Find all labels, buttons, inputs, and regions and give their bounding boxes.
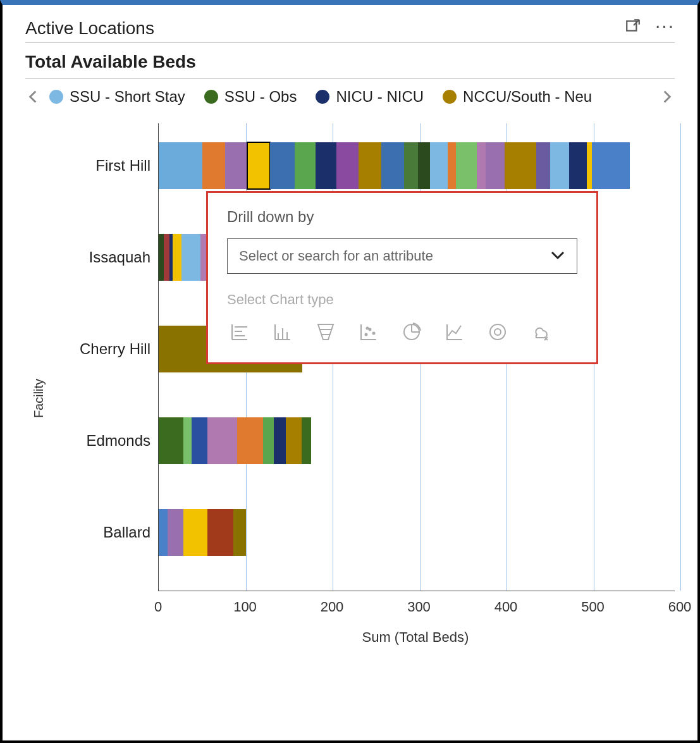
card-frame: Active Locations ··· Total Available Bed… <box>0 0 700 743</box>
x-tick: 0 <box>154 599 162 615</box>
bar-label: Cherry Hill <box>37 340 150 358</box>
bar-label: First Hill <box>37 157 150 175</box>
funnel-chart-icon[interactable] <box>313 319 338 345</box>
line-chart-icon[interactable] <box>442 319 467 345</box>
svg-rect-0 <box>627 21 636 30</box>
bar-segment[interactable] <box>316 142 336 189</box>
bar-segment[interactable] <box>159 417 183 464</box>
bar-segment[interactable] <box>247 142 270 189</box>
bar-segment[interactable] <box>225 142 248 189</box>
bar-segment[interactable] <box>486 142 505 189</box>
legend-label: SSU - Obs <box>224 88 297 106</box>
legend-item[interactable]: SSU - Obs <box>204 88 297 106</box>
donut-chart-icon[interactable] <box>485 319 510 345</box>
bar-segment[interactable] <box>181 234 200 281</box>
grid-line <box>680 123 681 591</box>
bar-segment[interactable] <box>164 234 169 281</box>
bar-segment[interactable] <box>569 142 587 189</box>
bar-segment[interactable] <box>173 234 181 281</box>
bar-segment[interactable] <box>592 142 630 189</box>
bar-segment[interactable] <box>263 417 274 464</box>
bar-segment[interactable] <box>183 509 208 556</box>
svg-point-6 <box>490 324 505 340</box>
bar-row[interactable] <box>159 509 246 556</box>
drilldown-popup: Drill down by Select or search for an at… <box>206 191 598 364</box>
bar-segment[interactable] <box>233 509 245 556</box>
legend-label: NCCU/South - Neu <box>463 88 592 106</box>
legend-prev-icon[interactable] <box>25 90 40 103</box>
bar-segment[interactable] <box>448 142 457 189</box>
bar-segment[interactable] <box>418 142 430 189</box>
bar-segment[interactable] <box>505 142 536 189</box>
card-header: Active Locations ··· <box>25 18 675 42</box>
popup-title: Drill down by <box>227 208 577 226</box>
bar-segment[interactable] <box>207 417 237 464</box>
bar-segment[interactable] <box>237 417 263 464</box>
legend-swatch <box>204 90 218 104</box>
vbar-chart-icon[interactable] <box>270 319 295 345</box>
bar-segment[interactable] <box>274 417 286 464</box>
bar-segment[interactable] <box>270 142 295 189</box>
legend: SSU - Short StaySSU - ObsNICU - NICUNCCU… <box>25 79 675 111</box>
legend-swatch <box>316 90 329 104</box>
bar-segment[interactable] <box>302 417 311 464</box>
bar-segment[interactable] <box>536 142 550 189</box>
svg-point-4 <box>367 328 369 329</box>
bar-row[interactable] <box>159 142 630 189</box>
chart-type-options <box>227 319 577 345</box>
wordcloud-chart-icon[interactable] <box>528 319 553 345</box>
legend-swatch <box>443 90 457 104</box>
bar-label: Issaquah <box>37 249 150 266</box>
x-tick: 500 <box>581 599 605 615</box>
attribute-select[interactable]: Select or search for an attribute <box>227 238 577 274</box>
hbar-chart-icon[interactable] <box>227 319 252 345</box>
bar-segment[interactable] <box>207 509 233 556</box>
bar-segment[interactable] <box>477 142 486 189</box>
bar-segment[interactable] <box>430 142 448 189</box>
legend-next-icon[interactable] <box>660 90 675 103</box>
scatter-chart-icon[interactable] <box>356 319 381 345</box>
legend-item[interactable]: SSU - Short Stay <box>49 88 185 106</box>
bar-segment[interactable] <box>404 142 418 189</box>
bar-segment[interactable] <box>456 142 477 189</box>
x-tick: 600 <box>668 599 692 615</box>
bar-segment[interactable] <box>168 509 183 556</box>
chart-type-label: Select Chart type <box>227 292 577 308</box>
pie-chart-icon[interactable] <box>399 319 424 345</box>
bar-label: Ballard <box>37 524 150 541</box>
bar-segment[interactable] <box>183 417 192 464</box>
legend-item[interactable]: NICU - NICU <box>316 88 424 106</box>
svg-point-7 <box>494 329 501 335</box>
chevron-down-icon <box>550 248 565 264</box>
y-axis-title: Facility <box>32 379 46 418</box>
chart-title: Total Available Beds <box>25 43 675 78</box>
svg-point-2 <box>369 329 371 331</box>
svg-point-3 <box>373 333 375 335</box>
x-axis-title: Sum (Total Beds) <box>362 629 469 646</box>
card-title: Active Locations <box>25 18 154 39</box>
ellipsis-icon[interactable]: ··· <box>655 20 675 36</box>
expand-icon[interactable] <box>625 18 641 39</box>
legend-item[interactable]: NCCU/South - Neu <box>443 88 592 106</box>
x-tick: 100 <box>233 599 257 615</box>
legend-label: SSU - Short Stay <box>70 88 185 106</box>
bar-segment[interactable] <box>192 417 207 464</box>
legend-swatch <box>49 90 63 104</box>
bar-segment[interactable] <box>295 142 316 189</box>
legend-label: NICU - NICU <box>336 88 424 106</box>
bar-segment[interactable] <box>381 142 404 189</box>
bar-segment[interactable] <box>359 142 381 189</box>
bar-row[interactable] <box>159 417 311 464</box>
x-tick: 200 <box>321 599 344 615</box>
bar-segment[interactable] <box>159 509 168 556</box>
bar-segment[interactable] <box>202 142 225 189</box>
bar-segment[interactable] <box>550 142 569 189</box>
bar-segment[interactable] <box>336 142 359 189</box>
bar-segment[interactable] <box>159 234 164 281</box>
bar-label: Edmonds <box>37 432 150 450</box>
svg-point-1 <box>365 334 367 336</box>
bar-segment[interactable] <box>159 142 202 189</box>
x-tick: 400 <box>494 599 518 615</box>
bar-segment[interactable] <box>587 142 592 189</box>
bar-segment[interactable] <box>286 417 302 464</box>
